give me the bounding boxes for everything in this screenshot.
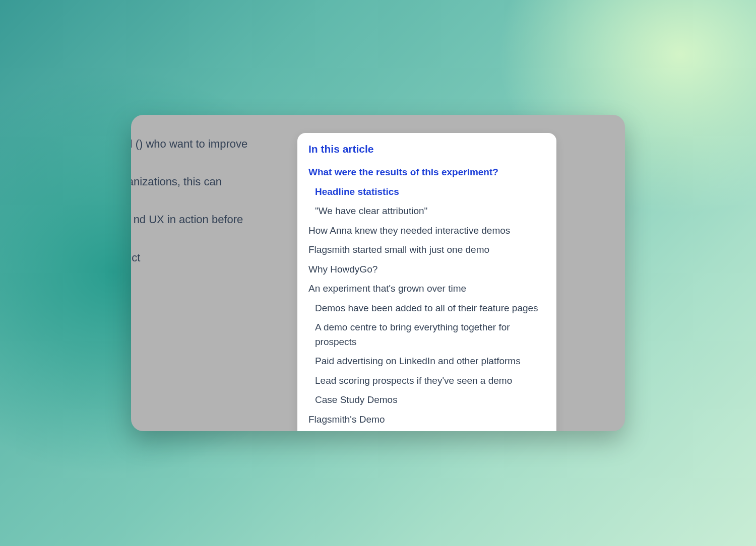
- toc-item[interactable]: Flagsmith's Demo: [308, 413, 545, 427]
- toc-title: In this article: [308, 143, 545, 155]
- toc-item[interactable]: How Anna knew they needed interactive de…: [308, 224, 545, 238]
- card-container: t led growth model and () who want to im…: [131, 115, 625, 431]
- toc-item[interactable]: Why HowdyGo?: [308, 262, 545, 277]
- toc-list: What were the results of this experiment…: [308, 165, 545, 427]
- toc-item[interactable]: What were the results of this experiment…: [308, 165, 545, 180]
- toc-item[interactable]: Flagsmith started small with just one de…: [308, 243, 545, 257]
- toc-item[interactable]: "We have clear attribution": [308, 204, 545, 219]
- toc-item[interactable]: Lead scoring prospects if they've seen a…: [308, 374, 545, 388]
- toc-item[interactable]: Demos have been added to all of their fe…: [308, 301, 545, 316]
- toc-item[interactable]: A demo centre to bring everything togeth…: [308, 320, 545, 349]
- toc-item[interactable]: Headline statistics: [308, 185, 545, 199]
- toc-item[interactable]: An experiment that's grown over time: [308, 282, 545, 296]
- toc-panel: In this article What were the results of…: [297, 133, 556, 431]
- toc-item[interactable]: Case Study Demos: [308, 393, 545, 407]
- toc-item[interactable]: Paid advertising on LinkedIn and other p…: [308, 354, 545, 369]
